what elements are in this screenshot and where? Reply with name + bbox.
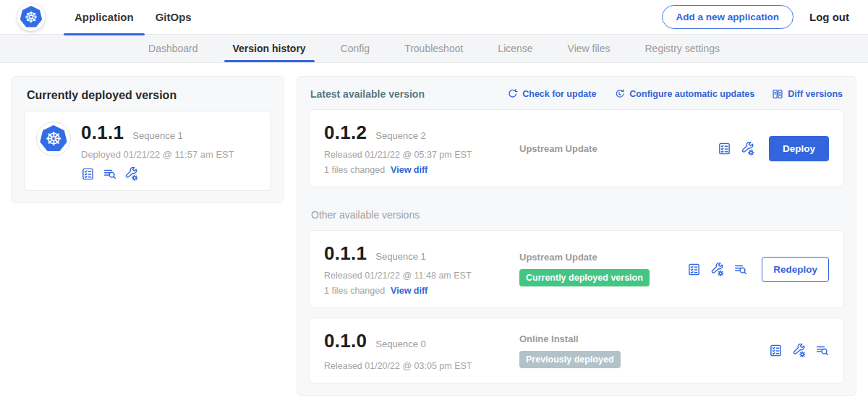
kubernetes-logo: ☸	[17, 4, 45, 31]
released-timestamp: Released 01/21/22 @ 11:48 am EST	[324, 271, 506, 281]
view-diff-link[interactable]: View diff	[391, 286, 427, 296]
diff-versions-icon	[772, 88, 783, 100]
deployed-timestamp: Deployed 01/21/22 @ 11:57 am EST	[81, 149, 234, 160]
source-label: Upstream Update	[519, 252, 687, 263]
kubernetes-app-icon: ☸	[40, 125, 67, 153]
diff-versions-link[interactable]: Diff versions	[772, 88, 843, 100]
tab-config-label: Config	[341, 43, 370, 54]
preflight-checklist-icon[interactable]	[718, 142, 731, 156]
version-sequence: Sequence 1	[375, 251, 425, 262]
preflight-checklist-icon[interactable]	[687, 263, 701, 276]
files-changed: 1 files changed	[324, 165, 385, 175]
header-right: Add a new application Log out	[662, 5, 850, 29]
tab-license-label: License	[498, 43, 532, 54]
version-actions	[769, 344, 829, 357]
tab-version-history[interactable]: Version history	[216, 35, 323, 62]
version-source: Online Install Previously deployed	[506, 333, 769, 368]
deployed-action-icons	[81, 167, 234, 181]
config-wrench-icon[interactable]	[124, 167, 138, 181]
diff-versions-label: Diff versions	[788, 89, 843, 99]
version-card-0-1-1: 0.1.1 Sequence 1 Released 01/21/22 @ 11:…	[309, 230, 844, 308]
redeploy-button[interactable]: Redeploy	[762, 257, 829, 282]
tab-application-label: Application	[75, 11, 134, 23]
preflight-checklist-icon[interactable]	[769, 344, 783, 357]
tab-gitops[interactable]: GitOps	[145, 0, 203, 34]
version-card-0-1-0: 0.1.0 Sequence 0 Released 01/20/22 @ 03:…	[309, 318, 844, 383]
other-versions-title: Other available versions	[311, 209, 844, 221]
version-actions: Deploy	[718, 136, 829, 161]
available-header: Latest available version Check for updat…	[309, 87, 844, 100]
version-source: Upstream Update	[506, 143, 718, 154]
deployed-version-number: 0.1.1	[81, 122, 124, 144]
source-label: Online Install	[519, 333, 769, 344]
tab-version-history-label: Version history	[233, 43, 306, 54]
deployed-info: 0.1.1 Sequence 1 Deployed 01/21/22 @ 11:…	[81, 122, 234, 181]
configure-automatic-updates-link[interactable]: Configure automatic updates	[613, 88, 754, 100]
version-info: 0.1.2 Sequence 2 Released 01/21/22 @ 05:…	[324, 122, 506, 175]
configure-automatic-updates-label: Configure automatic updates	[629, 89, 754, 99]
tab-troubleshoot-label: Troubleshoot	[404, 43, 463, 54]
view-logs-icon[interactable]	[815, 344, 829, 357]
logout-button[interactable]: Log out	[809, 11, 849, 23]
app-logo: ☸	[36, 122, 71, 156]
tab-registry-settings-label: Registry settings	[645, 43, 720, 54]
version-actions: Redeploy	[687, 257, 829, 282]
tab-view-files-label: View files	[568, 43, 610, 54]
deploy-button[interactable]: Deploy	[769, 136, 829, 161]
version-number: 0.1.1	[324, 242, 367, 265]
config-wrench-icon[interactable]	[710, 263, 724, 276]
version-sequence: Sequence 2	[375, 130, 425, 141]
version-sequence: Sequence 0	[375, 339, 425, 349]
version-number: 0.1.2	[324, 122, 367, 144]
currently-deployed-title: Currently deployed version	[27, 89, 271, 102]
previously-deployed-badge: Previously deployed	[519, 351, 621, 368]
latest-available-title: Latest available version	[310, 88, 425, 100]
version-source: Upstream Update Currently deployed versi…	[506, 252, 687, 286]
version-info: 0.1.1 Sequence 1 Released 01/21/22 @ 11:…	[324, 242, 506, 296]
view-diff-link[interactable]: View diff	[391, 165, 427, 175]
check-for-update-link[interactable]: Check for update	[506, 88, 596, 100]
config-wrench-icon[interactable]	[741, 142, 754, 156]
main-content: Currently deployed version ☸ 0.1.1 Seque…	[0, 63, 868, 408]
refresh-icon	[506, 88, 518, 100]
add-application-button[interactable]: Add a new application	[662, 5, 794, 29]
tab-license[interactable]: License	[480, 35, 550, 62]
currently-deployed-card: ☸ 0.1.1 Sequence 1 Deployed 01/21/22 @ 1…	[24, 111, 271, 191]
check-for-update-label: Check for update	[522, 89, 596, 99]
tab-application[interactable]: Application	[64, 0, 145, 34]
config-wrench-icon[interactable]	[792, 344, 806, 357]
tab-troubleshoot[interactable]: Troubleshoot	[387, 35, 480, 62]
tab-dashboard[interactable]: Dashboard	[131, 35, 216, 62]
tab-registry-settings[interactable]: Registry settings	[628, 35, 737, 62]
version-info: 0.1.0 Sequence 0 Released 01/20/22 @ 03:…	[324, 330, 506, 371]
files-changed: 1 files changed	[324, 286, 385, 296]
available-versions-panel: Latest available version Check for updat…	[297, 76, 856, 396]
available-actions: Check for update Configure automatic upd…	[506, 88, 843, 100]
view-logs-icon[interactable]	[103, 167, 116, 181]
schedule-update-icon	[613, 88, 625, 100]
app-subnav: Dashboard Version history Config Trouble…	[0, 35, 868, 63]
header-tabs: Application GitOps	[64, 0, 203, 34]
kubernetes-logo-icon: ☸	[20, 6, 43, 28]
version-card-0-1-2: 0.1.2 Sequence 2 Released 01/21/22 @ 05:…	[309, 109, 844, 187]
currently-deployed-panel: Currently deployed version ☸ 0.1.1 Seque…	[12, 76, 284, 203]
preflight-checklist-icon[interactable]	[81, 167, 95, 181]
tab-view-files[interactable]: View files	[550, 35, 628, 62]
version-number: 0.1.0	[324, 330, 367, 352]
released-timestamp: Released 01/21/22 @ 05:37 pm EST	[324, 150, 506, 160]
app-header: ☸ Application GitOps Add a new applicati…	[0, 0, 868, 35]
tab-config[interactable]: Config	[323, 35, 387, 62]
deployed-sequence: Sequence 1	[132, 130, 182, 141]
tab-gitops-label: GitOps	[156, 11, 192, 23]
view-logs-icon[interactable]	[733, 263, 747, 276]
currently-deployed-badge: Currently deployed version	[519, 269, 650, 286]
tab-dashboard-label: Dashboard	[148, 43, 198, 54]
released-timestamp: Released 01/20/22 @ 03:05 pm EST	[324, 361, 506, 371]
source-label: Upstream Update	[519, 143, 718, 154]
